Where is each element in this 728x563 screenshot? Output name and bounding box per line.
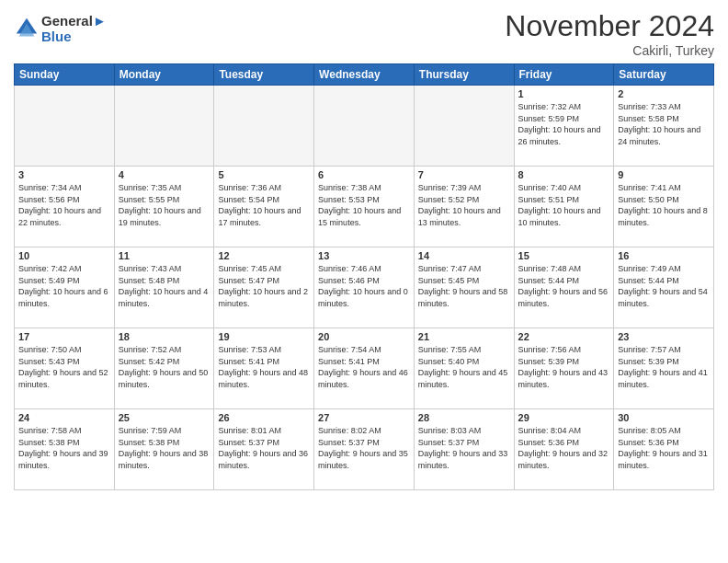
day-number: 26 bbox=[218, 412, 310, 423]
day-number: 1 bbox=[518, 88, 610, 99]
table-cell: 7Sunrise: 7:39 AMSunset: 5:52 PMDaylight… bbox=[414, 167, 514, 247]
table-cell: 13Sunrise: 7:46 AMSunset: 5:46 PMDayligh… bbox=[314, 247, 415, 328]
day-number: 12 bbox=[218, 250, 310, 261]
day-info: Sunrise: 7:48 AMSunset: 5:44 PMDaylight:… bbox=[518, 263, 610, 309]
table-cell: 11Sunrise: 7:43 AMSunset: 5:48 PMDayligh… bbox=[114, 247, 214, 328]
day-info: Sunrise: 7:49 AMSunset: 5:44 PMDaylight:… bbox=[618, 263, 710, 309]
table-cell: 29Sunrise: 8:04 AMSunset: 5:36 PMDayligh… bbox=[514, 409, 614, 490]
day-number: 9 bbox=[618, 169, 710, 180]
day-number: 28 bbox=[418, 412, 510, 423]
day-info: Sunrise: 7:50 AMSunset: 5:43 PMDaylight:… bbox=[18, 344, 110, 390]
day-number: 27 bbox=[318, 412, 410, 423]
day-info: Sunrise: 7:58 AMSunset: 5:38 PMDaylight:… bbox=[18, 425, 110, 471]
week-row-2: 10Sunrise: 7:42 AMSunset: 5:49 PMDayligh… bbox=[15, 247, 714, 328]
header-thursday: Thursday bbox=[414, 64, 514, 86]
day-number: 22 bbox=[518, 331, 610, 342]
day-info: Sunrise: 7:42 AMSunset: 5:49 PMDaylight:… bbox=[18, 263, 110, 309]
logo-text: General► Blue bbox=[41, 13, 107, 44]
day-number: 5 bbox=[218, 169, 310, 180]
day-info: Sunrise: 7:55 AMSunset: 5:40 PMDaylight:… bbox=[418, 344, 510, 390]
table-cell: 4Sunrise: 7:35 AMSunset: 5:55 PMDaylight… bbox=[114, 167, 214, 247]
day-info: Sunrise: 7:43 AMSunset: 5:48 PMDaylight:… bbox=[119, 263, 210, 309]
day-info: Sunrise: 8:04 AMSunset: 5:36 PMDaylight:… bbox=[518, 425, 610, 471]
day-info: Sunrise: 8:01 AMSunset: 5:37 PMDaylight:… bbox=[218, 425, 310, 471]
week-row-1: 3Sunrise: 7:34 AMSunset: 5:56 PMDaylight… bbox=[15, 167, 714, 247]
table-cell: 1Sunrise: 7:32 AMSunset: 5:59 PMDaylight… bbox=[514, 86, 614, 167]
table-cell: 10Sunrise: 7:42 AMSunset: 5:49 PMDayligh… bbox=[15, 247, 115, 328]
logo: General► Blue bbox=[14, 13, 107, 44]
day-info: Sunrise: 7:35 AMSunset: 5:55 PMDaylight:… bbox=[119, 182, 210, 228]
week-row-0: 1Sunrise: 7:32 AMSunset: 5:59 PMDaylight… bbox=[15, 86, 714, 167]
table-cell: 8Sunrise: 7:40 AMSunset: 5:51 PMDaylight… bbox=[514, 167, 614, 247]
table-cell bbox=[314, 86, 415, 167]
logo-icon bbox=[14, 16, 40, 41]
day-number: 7 bbox=[418, 169, 510, 180]
table-cell: 14Sunrise: 7:47 AMSunset: 5:45 PMDayligh… bbox=[414, 247, 514, 328]
day-number: 3 bbox=[18, 169, 110, 180]
day-info: Sunrise: 7:57 AMSunset: 5:39 PMDaylight:… bbox=[618, 344, 710, 390]
table-cell: 23Sunrise: 7:57 AMSunset: 5:39 PMDayligh… bbox=[614, 328, 714, 409]
header-tuesday: Tuesday bbox=[214, 64, 314, 86]
header-wednesday: Wednesday bbox=[314, 64, 415, 86]
table-cell: 3Sunrise: 7:34 AMSunset: 5:56 PMDaylight… bbox=[15, 167, 115, 247]
day-number: 23 bbox=[618, 331, 710, 342]
table-cell: 30Sunrise: 8:05 AMSunset: 5:36 PMDayligh… bbox=[614, 409, 714, 490]
day-info: Sunrise: 7:39 AMSunset: 5:52 PMDaylight:… bbox=[418, 182, 510, 228]
day-number: 17 bbox=[18, 331, 110, 342]
table-cell: 9Sunrise: 7:41 AMSunset: 5:50 PMDaylight… bbox=[614, 167, 714, 247]
day-number: 25 bbox=[119, 412, 210, 423]
day-info: Sunrise: 8:02 AMSunset: 5:37 PMDaylight:… bbox=[318, 425, 410, 471]
day-info: Sunrise: 7:56 AMSunset: 5:39 PMDaylight:… bbox=[518, 344, 610, 390]
table-cell: 27Sunrise: 8:02 AMSunset: 5:37 PMDayligh… bbox=[314, 409, 415, 490]
day-info: Sunrise: 7:47 AMSunset: 5:45 PMDaylight:… bbox=[418, 263, 510, 309]
table-cell: 17Sunrise: 7:50 AMSunset: 5:43 PMDayligh… bbox=[15, 328, 115, 409]
day-number: 29 bbox=[518, 412, 610, 423]
location: Cakirli, Turkey bbox=[505, 43, 714, 58]
day-info: Sunrise: 7:54 AMSunset: 5:41 PMDaylight:… bbox=[318, 344, 410, 390]
day-number: 4 bbox=[119, 169, 210, 180]
day-info: Sunrise: 7:36 AMSunset: 5:54 PMDaylight:… bbox=[218, 182, 310, 228]
day-number: 14 bbox=[418, 250, 510, 261]
day-info: Sunrise: 7:33 AMSunset: 5:58 PMDaylight:… bbox=[618, 101, 710, 147]
table-cell: 25Sunrise: 7:59 AMSunset: 5:38 PMDayligh… bbox=[114, 409, 214, 490]
table-cell: 16Sunrise: 7:49 AMSunset: 5:44 PMDayligh… bbox=[614, 247, 714, 328]
day-info: Sunrise: 7:41 AMSunset: 5:50 PMDaylight:… bbox=[618, 182, 710, 228]
table-cell: 24Sunrise: 7:58 AMSunset: 5:38 PMDayligh… bbox=[15, 409, 115, 490]
day-number: 2 bbox=[618, 88, 710, 99]
table-cell: 22Sunrise: 7:56 AMSunset: 5:39 PMDayligh… bbox=[514, 328, 614, 409]
day-info: Sunrise: 7:53 AMSunset: 5:41 PMDaylight:… bbox=[218, 344, 310, 390]
weekday-header-row: Sunday Monday Tuesday Wednesday Thursday… bbox=[15, 64, 714, 86]
header-sunday: Sunday bbox=[15, 64, 115, 86]
week-row-3: 17Sunrise: 7:50 AMSunset: 5:43 PMDayligh… bbox=[15, 328, 714, 409]
table-cell: 28Sunrise: 8:03 AMSunset: 5:37 PMDayligh… bbox=[414, 409, 514, 490]
day-info: Sunrise: 8:03 AMSunset: 5:37 PMDaylight:… bbox=[418, 425, 510, 471]
day-number: 18 bbox=[119, 331, 210, 342]
table-cell bbox=[114, 86, 214, 167]
day-info: Sunrise: 8:05 AMSunset: 5:36 PMDaylight:… bbox=[618, 425, 710, 471]
week-row-4: 24Sunrise: 7:58 AMSunset: 5:38 PMDayligh… bbox=[15, 409, 714, 490]
table-cell bbox=[414, 86, 514, 167]
header-saturday: Saturday bbox=[614, 64, 714, 86]
day-info: Sunrise: 7:46 AMSunset: 5:46 PMDaylight:… bbox=[318, 263, 410, 309]
table-cell bbox=[15, 86, 115, 167]
day-info: Sunrise: 7:38 AMSunset: 5:53 PMDaylight:… bbox=[318, 182, 410, 228]
day-number: 20 bbox=[318, 331, 410, 342]
day-info: Sunrise: 7:45 AMSunset: 5:47 PMDaylight:… bbox=[218, 263, 310, 309]
calendar-table: Sunday Monday Tuesday Wednesday Thursday… bbox=[14, 63, 714, 490]
day-number: 6 bbox=[318, 169, 410, 180]
day-number: 24 bbox=[18, 412, 110, 423]
day-number: 16 bbox=[618, 250, 710, 261]
table-cell: 5Sunrise: 7:36 AMSunset: 5:54 PMDaylight… bbox=[214, 167, 314, 247]
day-info: Sunrise: 7:40 AMSunset: 5:51 PMDaylight:… bbox=[518, 182, 610, 228]
day-info: Sunrise: 7:32 AMSunset: 5:59 PMDaylight:… bbox=[518, 101, 610, 147]
day-number: 10 bbox=[18, 250, 110, 261]
day-info: Sunrise: 7:52 AMSunset: 5:42 PMDaylight:… bbox=[119, 344, 210, 390]
day-number: 13 bbox=[318, 250, 410, 261]
day-number: 11 bbox=[119, 250, 210, 261]
table-cell: 6Sunrise: 7:38 AMSunset: 5:53 PMDaylight… bbox=[314, 167, 415, 247]
header-friday: Friday bbox=[514, 64, 614, 86]
day-number: 15 bbox=[518, 250, 610, 261]
month-title: November 2024 bbox=[505, 9, 714, 43]
day-info: Sunrise: 7:59 AMSunset: 5:38 PMDaylight:… bbox=[119, 425, 210, 471]
header: General► Blue November 2024 Cakirli, Tur… bbox=[14, 9, 714, 58]
